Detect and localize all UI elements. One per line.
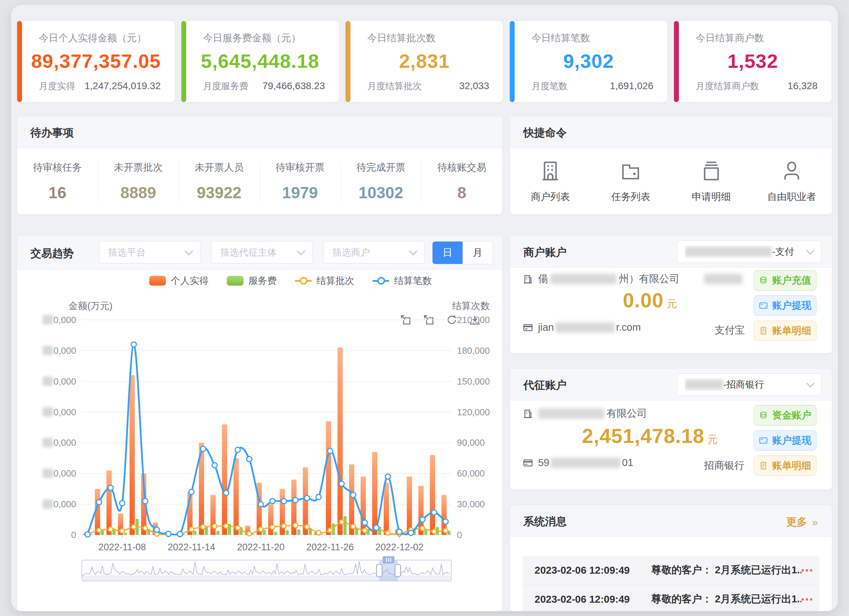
quick-item-merchant-list[interactable]: 商户列表 (510, 160, 590, 203)
system-messages-panel: 系统消息 更多 » 2023-02-06 12:09:49 尊敬的客户： 2月系… (510, 505, 832, 611)
account-withdraw-button[interactable]: 账户提现 (754, 295, 816, 316)
account-withdraw-button[interactable]: 账户提现 (754, 430, 816, 450)
todo-item-uninvoiced-people[interactable]: 未开票人员 93922 (179, 161, 259, 202)
svg-text:2022-11-26: 2022-11-26 (307, 542, 354, 552)
message-row[interactable]: 2023-02-06 12:09:49 尊敬的客户： 2月系统已运行出1... (523, 556, 819, 585)
quick-item-freelancers[interactable]: 自由职业者 (752, 160, 832, 203)
agent-balance: 2,451,478.18元 (552, 424, 748, 447)
legend-service-fee[interactable]: 服务费 (227, 274, 277, 287)
user-icon (780, 160, 803, 182)
redacted-text (550, 274, 617, 284)
merchant-balance: 0.00元 (552, 288, 748, 312)
platform-filter-select[interactable]: 筛选平台 (99, 241, 201, 264)
message-time: 2023-02-06 12:09:49 (535, 594, 639, 605)
agent-account-number-row: 59 01 (523, 457, 633, 468)
folder-icon (619, 160, 642, 182)
stat-card-settle-count: 今日结算笔数 9,302 月度笔数1,691,026 (510, 21, 667, 102)
stat-card-settle-batches: 今日结算批次数 2,831 月度结算批次32,033 (346, 21, 503, 102)
todo-panel: 待办事项 待审核任务 16 未开票批次 8889 未开票人员 93922 待审核… (17, 116, 502, 214)
todo-panel-title: 待办事项 (30, 125, 74, 140)
merchant-filter-select[interactable]: 筛选商户 (323, 241, 425, 264)
legend-swatch-green (227, 276, 244, 286)
svg-text:60,000: 60,000 (457, 468, 485, 479)
svg-text:180,000: 180,000 (457, 345, 490, 356)
agent-panel-title: 代征账户 (523, 378, 567, 392)
legend-marker-yellow (295, 276, 312, 286)
bank-name-label: 招商银行 (704, 459, 745, 473)
svg-text:金额(万元): 金额(万元) (69, 301, 113, 311)
stat-value: 5,645,448.18 (181, 50, 339, 72)
svg-text:2022-11-20: 2022-11-20 (237, 542, 284, 552)
stat-card-settle-merchants: 今日结算商户数 1,532 月度结算商户数16,328 (674, 21, 831, 102)
stat-sub-label: 月度笔数 (532, 80, 568, 92)
coins-icon (759, 411, 768, 420)
chevron-down-icon (806, 379, 815, 387)
toggle-day-button[interactable]: 日 (432, 242, 463, 264)
svg-text:2022-12-02: 2022-12-02 (375, 542, 423, 552)
todo-item-invoices-to-review[interactable]: 待审核开票 1979 (259, 161, 341, 202)
stat-sub-value: 79,466,638.23 (262, 81, 325, 92)
redacted-text (551, 458, 621, 468)
dashboard-container: 今日个人实得金额（元） 89,377,357.05 月度实得1,247,254,… (11, 5, 838, 611)
toggle-month-button[interactable]: 月 (463, 242, 493, 264)
legend-settle-batches[interactable]: 结算批次 (295, 274, 354, 287)
todo-item-uninvoiced-batches[interactable]: 未开票批次 8889 (98, 161, 179, 202)
ellipsis-icon[interactable] (801, 569, 812, 571)
bill-detail-button[interactable]: 账单明细 (754, 455, 816, 476)
redacted-text (685, 246, 772, 257)
quick-panel-title: 快捷命令 (523, 125, 567, 140)
stat-sub-label: 月度服务费 (203, 80, 249, 92)
svg-text:0,000: 0,000 (54, 499, 76, 509)
todo-item-pending-review-tasks[interactable]: 待审核任务 16 (17, 161, 98, 202)
stat-card-personal-amount: 今日个人实得金额（元） 89,377,357.05 月度实得1,247,254,… (17, 21, 175, 102)
svg-text:0: 0 (457, 529, 462, 540)
agent-account-select[interactable]: -招商银行 (677, 373, 821, 396)
agent-company-row: 有限公司 (523, 407, 647, 421)
agent-filter-select[interactable]: 筛选代征主体 (212, 241, 313, 264)
quick-item-application-detail[interactable]: 申请明细 (671, 160, 752, 203)
quick-item-task-list[interactable]: 任务列表 (590, 160, 671, 203)
svg-text:0: 0 (71, 529, 76, 540)
message-row[interactable]: 2023-02-06 12:09:49 尊敬的客户： 2月系统已运行出1... (523, 585, 819, 611)
todo-item-invoices-to-complete[interactable]: 待完成开票 10302 (340, 161, 422, 202)
stat-card-service-fee: 今日服务费金额（元） 5,645,448.18 月度服务费79,466,638.… (181, 21, 339, 102)
building-icon (539, 160, 562, 182)
svg-text:210,000: 210,000 (457, 315, 490, 325)
svg-text:120,000: 120,000 (457, 407, 490, 418)
stat-sub-label: 月度实得 (39, 80, 75, 92)
todo-item-reconcile-transactions[interactable]: 待核账交易 8 (422, 161, 502, 202)
redacted-text (555, 322, 615, 333)
legend-personal[interactable]: 个人实得 (149, 274, 209, 287)
merchant-panel-title: 商户账户 (523, 245, 567, 260)
funds-account-button[interactable]: 资金账户 (754, 405, 816, 425)
stat-title: 今日结算笔数 (532, 31, 590, 45)
messages-panel-title: 系统消息 (523, 514, 567, 529)
ellipsis-icon[interactable] (801, 598, 812, 601)
card-icon (759, 436, 768, 445)
stat-value: 1,532 (674, 50, 831, 72)
bill-detail-button[interactable]: 账单明细 (754, 321, 816, 341)
company-icon (523, 274, 533, 284)
account-recharge-button[interactable]: 账户充值 (754, 270, 816, 291)
merchant-account-select[interactable]: -支付 (677, 240, 821, 263)
svg-text:0,000: 0,000 (54, 407, 76, 418)
svg-text:2022-11-14: 2022-11-14 (168, 542, 215, 552)
stat-sub-label: 月度结算商户数 (696, 80, 759, 92)
svg-text:150,000: 150,000 (457, 376, 490, 387)
svg-text:90,000: 90,000 (457, 437, 485, 448)
trend-chart[interactable]: 金额(万元)结算次数000,00030,0000,00060,0000,0009… (17, 297, 502, 596)
svg-text:0,000: 0,000 (54, 315, 76, 325)
card-icon (759, 301, 768, 310)
redacted-text (538, 408, 605, 419)
day-month-toggle: 日 月 (432, 241, 493, 264)
chevron-down-icon (409, 247, 417, 255)
redacted-text (704, 274, 742, 284)
message-text: 尊敬的客户： 2月系统已运行出1... (651, 563, 801, 577)
bill-icon (759, 326, 768, 335)
legend-swatch-orange (149, 276, 166, 286)
stat-title: 今日个人实得金额（元） (39, 31, 146, 45)
more-messages-link[interactable]: 更多 » (786, 515, 818, 529)
svg-text:0,000: 0,000 (54, 376, 76, 387)
legend-settle-count[interactable]: 结算笔数 (372, 274, 432, 287)
archive-icon (700, 160, 723, 182)
